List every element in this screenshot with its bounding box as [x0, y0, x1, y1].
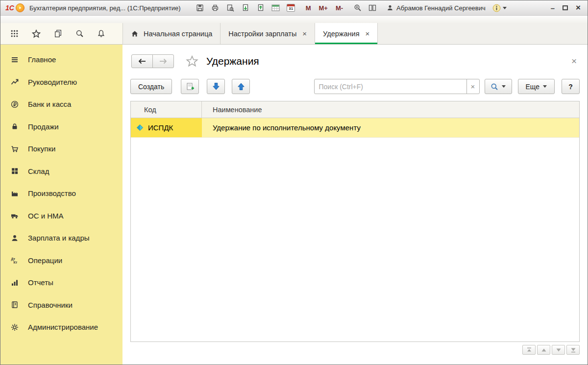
- m-minus-button[interactable]: М-: [334, 3, 344, 13]
- sidebar-item-administration[interactable]: Администрирование: [0, 316, 122, 339]
- arrow-down-icon: [212, 82, 220, 91]
- page-header: Удержания ×: [122, 45, 588, 68]
- calendar-day-label: 31: [287, 6, 294, 11]
- tab-close-icon[interactable]: ×: [366, 29, 370, 38]
- scroll-down-icon: [556, 347, 562, 353]
- sidebar-item-salary-hr[interactable]: Зарплата и кадры: [0, 227, 122, 249]
- back-button[interactable]: [131, 54, 153, 68]
- new-group-icon: [186, 82, 195, 91]
- sidebar-item-production[interactable]: Производство: [0, 182, 122, 205]
- app-window: 1С Бухгалтерия предприятия, ред... (1С:П…: [0, 0, 588, 365]
- create-button[interactable]: Создать: [130, 79, 172, 94]
- file-import-icon[interactable]: [255, 2, 266, 13]
- move-down-button[interactable]: [207, 79, 225, 94]
- table-empty-area[interactable]: [131, 138, 579, 341]
- tab-label: Начальная страница: [144, 30, 212, 38]
- calendar-box: 31: [287, 4, 295, 12]
- sidebar-item-operations[interactable]: ДтКт Операции: [0, 249, 122, 272]
- history-copy-icon[interactable]: [54, 29, 62, 38]
- column-header-code[interactable]: Код: [131, 101, 202, 118]
- title-bar: 1С Бухгалтерия предприятия, ред... (1С:П…: [0, 0, 588, 16]
- sidebar-item-directories[interactable]: Справочники: [0, 294, 122, 316]
- sidebar-item-main[interactable]: Главное: [0, 49, 122, 71]
- column-header-name[interactable]: Наименование: [202, 101, 579, 118]
- sidebar-item-reports[interactable]: Отчеты: [0, 271, 122, 294]
- deductions-table: Код Наименование ИСПДК Удержание по испо…: [130, 101, 580, 342]
- print-preview-icon[interactable]: [225, 2, 236, 13]
- debit-credit-icon: ДтКт: [10, 256, 20, 264]
- more-label: Еще: [526, 83, 540, 91]
- sidebar-item-label: Банк и касса: [28, 100, 71, 108]
- help-button[interactable]: ?: [562, 79, 580, 94]
- search-icon[interactable]: [75, 29, 84, 38]
- scroll-up-button[interactable]: [537, 345, 550, 355]
- file-export-icon[interactable]: [240, 2, 251, 13]
- code-value: ИСПДК: [148, 123, 173, 132]
- back-arrow-icon: [138, 58, 147, 65]
- more-button[interactable]: Еще: [518, 79, 555, 94]
- person-icon: [10, 234, 20, 242]
- calendar-icon[interactable]: 31: [286, 2, 296, 13]
- user-icon: [387, 4, 393, 11]
- svg-text:Кт: Кт: [14, 261, 18, 264]
- orb-arrow-icon: [17, 5, 23, 11]
- menu-icon: [10, 56, 20, 64]
- tab-deductions[interactable]: Удержания ×: [315, 23, 378, 44]
- table-row[interactable]: ИСПДК Удержание по исполнительному докум…: [131, 118, 579, 138]
- name-value: Удержание по исполнительному документу: [213, 123, 361, 132]
- open-tabs: Начальная страница Настройки зарплаты × …: [122, 23, 588, 44]
- sidebar-item-purchases[interactable]: Покупки: [0, 138, 122, 160]
- tab-label: Настройки зарплаты: [228, 30, 296, 38]
- save-icon[interactable]: [195, 2, 205, 13]
- page-toolbar: Создать × Еще: [122, 68, 588, 94]
- forward-button[interactable]: [152, 54, 174, 68]
- main-content: Удержания × Создать ×: [122, 45, 588, 365]
- minimize-button[interactable]: –: [551, 4, 555, 12]
- scroll-down-button[interactable]: [552, 345, 565, 355]
- maximize-button[interactable]: [563, 5, 568, 10]
- menu-grid-icon[interactable]: [10, 29, 19, 38]
- favorite-toggle[interactable]: [186, 55, 198, 68]
- sidebar-item-label: Администрирование: [28, 323, 98, 331]
- zoom-icon[interactable]: [352, 2, 363, 13]
- search-clear-icon[interactable]: ×: [466, 79, 480, 94]
- favorites-star-icon[interactable]: [32, 29, 41, 38]
- user-name: Абрамов Геннадий Сергеевич: [396, 4, 486, 12]
- move-up-button[interactable]: [232, 79, 250, 94]
- tab-close-icon[interactable]: ×: [302, 29, 307, 38]
- m-plus-button[interactable]: М+: [318, 3, 329, 13]
- tab-bar: Начальная страница Настройки зарплаты × …: [0, 23, 588, 45]
- sidebar-item-manager[interactable]: Руководителю: [0, 71, 122, 94]
- scroll-top-icon: [526, 347, 532, 353]
- search-input[interactable]: [314, 79, 467, 94]
- info-menu[interactable]: [492, 4, 507, 12]
- page-close-icon[interactable]: ×: [569, 56, 579, 67]
- scroll-top-button[interactable]: [522, 345, 536, 355]
- create-group-button[interactable]: [181, 79, 199, 94]
- notifications-bell-icon[interactable]: [97, 29, 105, 38]
- search-options-button[interactable]: [485, 79, 512, 94]
- sidebar-item-label: Покупки: [28, 145, 55, 153]
- chevron-down-icon: [502, 85, 506, 88]
- grid-icon: [10, 167, 20, 175]
- current-user[interactable]: Абрамов Геннадий Сергеевич: [387, 4, 486, 12]
- sidebar-item-sales[interactable]: Продажи: [0, 116, 122, 138]
- search-field: ×: [314, 79, 480, 94]
- sidebar-item-label: Производство: [28, 189, 76, 197]
- table-scroll-controls: [122, 342, 588, 365]
- main-menu-button[interactable]: [16, 3, 24, 12]
- tab-salary-settings[interactable]: Настройки зарплаты ×: [220, 23, 315, 44]
- sidebar-item-fixed-assets[interactable]: ОС и НМА: [0, 205, 122, 227]
- scroll-bottom-button[interactable]: [566, 345, 580, 355]
- m-button[interactable]: М: [304, 3, 313, 13]
- calculator-icon[interactable]: [270, 2, 281, 13]
- print-icon[interactable]: [210, 2, 220, 13]
- scroll-bottom-icon: [570, 347, 576, 353]
- sidebar-item-bank-cash[interactable]: Банк и касса: [0, 93, 122, 116]
- split-view-icon[interactable]: [367, 2, 378, 13]
- sidebar-item-warehouse[interactable]: Склад: [0, 160, 122, 183]
- close-window-button[interactable]: ×: [576, 3, 581, 13]
- factory-icon: [10, 190, 20, 197]
- tab-home[interactable]: Начальная страница: [122, 23, 220, 44]
- magnifier-icon: [490, 83, 498, 91]
